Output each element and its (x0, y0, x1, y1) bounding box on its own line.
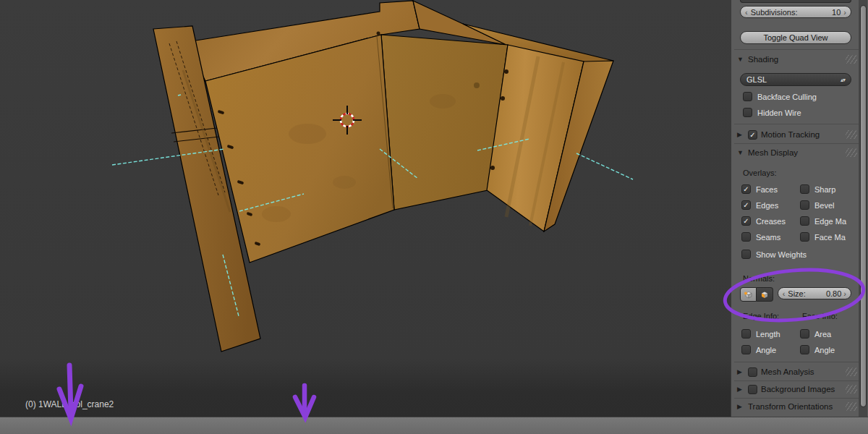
hidden-wire-label: Hidden Wire (757, 109, 801, 117)
show-weights-checkbox[interactable] (741, 250, 751, 259)
creases-checkbox[interactable]: ✓ (741, 216, 751, 226)
bevel-checkbox[interactable] (800, 200, 809, 210)
mesh-analysis-panel-header[interactable]: ▶ Mesh Analysis (737, 365, 863, 378)
vertex-normals-button[interactable] (740, 287, 757, 302)
edge-angle-row: Angle (741, 345, 776, 354)
overlay-bevel: Bevel (800, 200, 835, 210)
dropdown-arrows-icon: ▴▾ (841, 77, 845, 83)
face-area-label: Area (814, 330, 831, 339)
panel-grip[interactable] (846, 55, 857, 64)
3d-viewport[interactable]: (0) 1WALL_col_crane2 (0, 0, 731, 417)
transform-orientations-title: Transform Orientations (748, 402, 833, 411)
face-angle-checkbox[interactable] (800, 345, 809, 354)
edges-checkbox[interactable]: ✓ (741, 200, 751, 210)
subdivisions-value: 10 (832, 8, 841, 17)
sharp-checkbox[interactable] (800, 184, 809, 194)
hidden-wire-row: Hidden Wire (743, 108, 801, 117)
normals-row: ‹ Size: 0.80 › (740, 287, 851, 302)
edge-length-label: Length (756, 330, 780, 339)
face-angle-row: Angle (800, 345, 835, 354)
overlay-creases: ✓ Creases (741, 216, 786, 226)
glsl-dropdown-value: GLSL (746, 75, 841, 84)
sharp-label: Sharp (814, 185, 835, 194)
background-images-checkbox[interactable] (748, 385, 757, 394)
background-images-panel-header[interactable]: ▶ Background Images (737, 383, 863, 396)
shading-panel-header[interactable]: ▼ Shading (737, 53, 863, 66)
seams-checkbox[interactable] (741, 232, 751, 242)
edge-angle-checkbox[interactable] (741, 345, 751, 354)
normals-label: Normals: (743, 274, 775, 283)
mesh-analysis-checkbox[interactable] (748, 367, 757, 377)
chevron-right-icon[interactable]: ▶ (737, 131, 744, 138)
face-area-row: Area (800, 329, 831, 339)
backface-culling-checkbox[interactable] (743, 92, 752, 101)
glsl-dropdown[interactable]: GLSL ▴▾ (740, 73, 851, 86)
show-weights-label: Show Weights (756, 250, 807, 259)
separator (734, 124, 866, 124)
backface-culling-label: Backface Culling (757, 93, 817, 101)
edge-length-checkbox[interactable] (741, 329, 751, 339)
seams-label: Seams (756, 233, 780, 242)
separator (734, 49, 866, 50)
overlay-face-mark: Face Ma (800, 232, 846, 242)
bevel-label: Bevel (814, 201, 835, 210)
separator (734, 143, 866, 144)
mesh-analysis-title: Mesh Analysis (761, 367, 814, 376)
slider-right-arrow[interactable]: › (841, 8, 846, 17)
motion-tracking-checkbox[interactable]: ✓ (748, 130, 757, 140)
overlay-sharp: Sharp (800, 184, 835, 194)
chevron-down-icon[interactable]: ▼ (737, 149, 744, 156)
overlay-edge-mark: Edge Ma (800, 216, 846, 226)
edge-mark-label: Edge Ma (814, 217, 846, 226)
overlay-faces: ✓ Faces (741, 184, 778, 194)
mesh-display-panel-header[interactable]: ▼ Mesh Display (737, 146, 863, 159)
panel-grip[interactable] (846, 130, 857, 139)
face-area-checkbox[interactable] (800, 329, 809, 339)
show-weights-row: Show Weights (741, 250, 807, 259)
normals-size-value: 0.80 (826, 289, 841, 298)
chevron-right-icon[interactable]: ▶ (737, 386, 744, 393)
chevron-right-icon[interactable]: ▶ (737, 403, 744, 410)
faces-checkbox[interactable]: ✓ (741, 184, 751, 194)
normals-size-slider[interactable]: ‹ Size: 0.80 › (778, 287, 851, 299)
panel-grip[interactable] (846, 148, 857, 157)
panel-grip[interactable] (846, 367, 857, 376)
face-mark-checkbox[interactable] (800, 232, 809, 242)
overlays-label: Overlays: (743, 169, 776, 177)
edge-info-label: Edge Info: (743, 312, 779, 320)
separator (734, 380, 866, 381)
panel-grip[interactable] (846, 385, 857, 393)
blender-window: (0) 1WALL_col_crane2 esh Edit Mode (0, 0, 868, 434)
partial-widget-top[interactable] (740, 0, 851, 3)
backface-culling-row: Backface Culling (743, 92, 817, 101)
chevron-right-icon[interactable]: ▶ (737, 368, 744, 375)
subdivisions-slider[interactable]: ‹ Subdivisions: 10 › (740, 6, 851, 18)
slider-right-arrow[interactable]: › (841, 289, 846, 298)
shading-panel-title: Shading (748, 55, 778, 64)
object-info-text: (0) 1WALL_col_crane2 (25, 399, 114, 409)
hidden-wire-checkbox[interactable] (743, 108, 752, 117)
separator (734, 398, 866, 399)
face-mark-label: Face Ma (814, 233, 846, 242)
creases-label: Creases (756, 217, 786, 226)
motion-tracking-title: Motion Tracking (761, 130, 820, 139)
toggle-quad-view-button[interactable]: Toggle Quad View (740, 31, 851, 44)
edges-label: Edges (756, 201, 778, 210)
panel-grip[interactable] (846, 402, 857, 411)
panel-scrollbar[interactable] (859, 0, 867, 417)
face-normals-button[interactable] (757, 287, 773, 302)
background-images-title: Background Images (761, 385, 835, 393)
faces-label: Faces (756, 185, 778, 194)
subdivisions-label: Subdivisions: (748, 8, 832, 17)
edge-length-row: Length (741, 329, 780, 339)
chevron-down-icon[interactable]: ▼ (737, 56, 744, 63)
edge-mark-checkbox[interactable] (800, 216, 809, 226)
face-normal-icon (759, 290, 770, 299)
vertex-normal-icon (743, 290, 754, 299)
normals-size-label: Size: (785, 289, 826, 298)
face-info-label: Face Info: (802, 312, 838, 320)
properties-region: ‹ Subdivisions: 10 › Toggle Quad View ▼ … (731, 0, 868, 417)
motion-tracking-panel-header[interactable]: ▶ ✓ Motion Tracking (737, 128, 863, 141)
scrollbar-thumb[interactable] (860, 5, 867, 407)
transform-orientations-panel-header[interactable]: ▶ Transform Orientations (737, 400, 863, 413)
